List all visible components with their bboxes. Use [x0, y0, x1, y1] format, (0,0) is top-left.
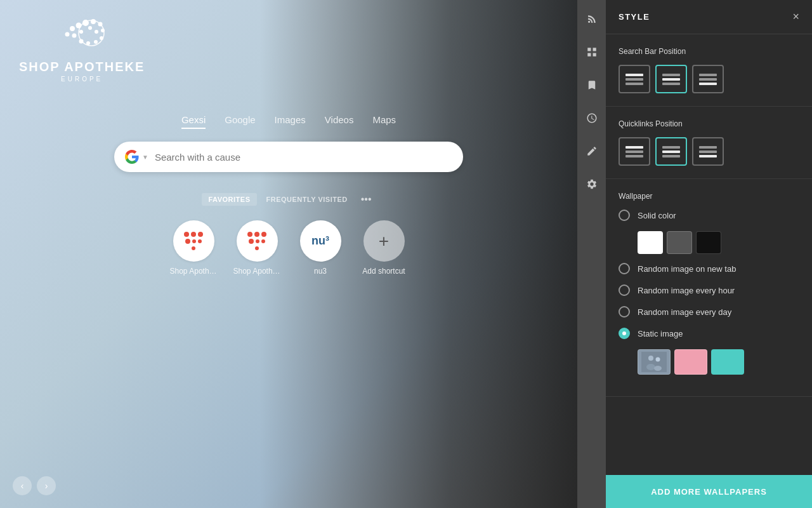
nav-next-button[interactable]: ›	[37, 476, 56, 495]
search-pos-middle-button[interactable]	[655, 65, 687, 93]
pos-mid-icon	[662, 74, 680, 85]
nu3-label: nu³	[311, 234, 329, 248]
wallpaper-option-static: Static image	[619, 328, 799, 339]
tab-google[interactable]: Google	[225, 114, 255, 129]
quicklinks-more-button[interactable]: •••	[357, 191, 376, 208]
svg-point-20	[654, 366, 662, 371]
clock-icon[interactable]	[582, 109, 601, 128]
svg-point-11	[94, 40, 98, 44]
svg-point-1	[70, 26, 75, 31]
shortcut-shop-apotheke-2[interactable]: Shop Apotheke...	[232, 220, 282, 276]
search-bar-position-section: Search Bar Position	[606, 34, 812, 107]
ql-pos-bottom-button[interactable]	[692, 137, 724, 166]
radio-solid[interactable]	[619, 210, 630, 221]
radio-random-hour[interactable]	[619, 284, 630, 296]
solid-color-label: Solid color	[638, 211, 676, 220]
add-shortcut-icon: +	[363, 220, 405, 262]
wallpaper-option-solid: Solid color	[619, 210, 799, 221]
main-content: SHOP APOTHEKE EUROPE Gexsi Google Images…	[0, 0, 577, 508]
tab-images[interactable]: Images	[275, 114, 306, 129]
wallpaper-label: Wallpaper	[619, 192, 799, 201]
svg-point-9	[101, 29, 105, 32]
svg-point-13	[79, 39, 84, 44]
radio-random-day[interactable]	[619, 306, 630, 318]
svg-point-6	[72, 34, 77, 38]
nav-arrows: ‹ ›	[13, 476, 56, 495]
swatch-black[interactable]	[696, 231, 721, 254]
shortcut-label-add: Add shortcut	[362, 267, 405, 276]
swatch-pink[interactable]	[674, 349, 707, 375]
search-bar: ▼	[114, 142, 463, 172]
svg-point-3	[82, 20, 89, 26]
swatch-teal[interactable]	[711, 349, 744, 375]
wallpaper-section: Wallpaper Solid color Random image on ne…	[606, 179, 812, 397]
shortcut-label-shop-apotheke-1: Shop Apotheke	[170, 267, 218, 276]
ql-pos-top-button[interactable]	[619, 137, 650, 166]
shortcut-label-shop-apotheke-2: Shop Apotheke...	[233, 267, 281, 276]
close-style-panel-button[interactable]: ×	[792, 10, 799, 23]
search-pos-top-button[interactable]	[619, 65, 650, 93]
tab-maps[interactable]: Maps	[372, 114, 396, 129]
svg-point-12	[86, 41, 90, 45]
style-panel: STYLE × Search Bar Position	[606, 0, 812, 508]
logo-icon	[53, 19, 110, 57]
tab-favorites[interactable]: FAVORITES	[202, 193, 256, 206]
quicklinks-position-options	[619, 137, 799, 166]
svg-point-5	[65, 32, 70, 37]
radio-random-new[interactable]	[619, 263, 630, 274]
svg-point-19	[646, 364, 655, 370]
svg-point-14	[88, 26, 92, 30]
search-dropdown-arrow[interactable]: ▼	[142, 154, 148, 161]
search-container: Gexsi Google Images Videos Maps ▼	[0, 114, 577, 172]
ql-pos-top-icon	[625, 146, 643, 157]
random-new-label: Random image on new tab	[638, 264, 736, 274]
random-day-label: Random image every day	[638, 307, 731, 317]
svg-point-4	[91, 19, 96, 24]
swatch-people-icon	[641, 352, 667, 372]
static-image-label: Static image	[638, 329, 683, 338]
rss-icon[interactable]	[582, 10, 601, 29]
google-icon	[124, 149, 140, 164]
logo-text-main: SHOP APOTHEKE	[19, 60, 145, 74]
logo-area: SHOP APOTHEKE EUROPE	[19, 19, 145, 83]
svg-point-8	[98, 22, 103, 27]
shortcut-shop-apotheke-1[interactable]: Shop Apotheke	[168, 220, 219, 276]
search-bar-position-options	[619, 65, 799, 93]
grid-icon[interactable]	[582, 43, 601, 62]
wallpaper-option-random-day: Random image every day	[619, 306, 799, 318]
search-input[interactable]	[155, 152, 453, 163]
style-panel-header: STYLE ×	[606, 0, 812, 34]
wallpaper-option-random-new: Random image on new tab	[619, 263, 799, 274]
svg-point-7	[79, 30, 83, 34]
shortcut-icon-shop-apotheke-2	[237, 220, 278, 262]
right-sidebar-icons	[577, 0, 606, 508]
quicklinks-area: FAVORITES FREQUENTLY VISITED •••	[0, 191, 577, 276]
random-hour-label: Random image every hour	[638, 286, 735, 295]
tab-frequently-visited[interactable]: FREQUENTLY VISITED	[260, 193, 354, 206]
shortcut-icon-nu3: nu³	[300, 220, 341, 262]
add-more-wallpapers-button[interactable]: ADD MORE WALLPAPERS	[606, 475, 812, 508]
ql-pos-bot-icon	[699, 146, 717, 157]
swatch-people[interactable]	[638, 349, 671, 375]
ql-pos-middle-button[interactable]	[655, 137, 687, 166]
shortcut-nu3[interactable]: nu³ nu3	[295, 220, 346, 276]
swatch-white[interactable]	[638, 231, 663, 254]
radio-static[interactable]	[619, 328, 630, 339]
quicklinks-position-section: Quicklinks Position	[606, 107, 812, 179]
pos-top-icon	[625, 74, 643, 85]
tab-videos[interactable]: Videos	[325, 114, 354, 129]
logo-text-sub: EUROPE	[61, 76, 103, 83]
edit-icon[interactable]	[582, 142, 601, 161]
settings-icon[interactable]	[582, 175, 601, 194]
search-pos-bottom-button[interactable]	[692, 65, 724, 93]
wallpaper-option-random-hour: Random image every hour	[619, 284, 799, 296]
style-panel-title: STYLE	[619, 12, 650, 22]
svg-point-10	[100, 36, 103, 40]
shortcut-icon-shop-apotheke-1	[173, 220, 214, 262]
shortcut-add[interactable]: + Add shortcut	[358, 220, 409, 276]
solid-color-swatches	[638, 231, 799, 254]
swatch-gray[interactable]	[667, 231, 692, 254]
bookmark-icon[interactable]	[582, 76, 601, 95]
tab-gexsi[interactable]: Gexsi	[181, 114, 206, 129]
nav-prev-button[interactable]: ‹	[13, 476, 32, 495]
